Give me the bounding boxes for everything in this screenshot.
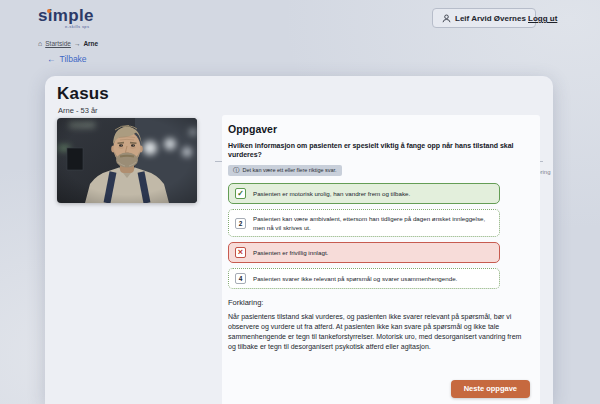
logout-link[interactable]: Logg ut [528, 14, 557, 23]
options-list: ✓ Pasienten er motorisk urolig, han vand… [228, 183, 500, 294]
case-subtitle: Arne - 53 år [58, 106, 98, 115]
option-text: Pasienten er motorisk urolig, han vandre… [253, 189, 410, 198]
back-arrow-icon: ← [47, 54, 56, 64]
option-number-badge: 4 [235, 273, 246, 284]
option-1-correct[interactable]: ✓ Pasienten er motorisk urolig, han vand… [228, 183, 500, 204]
app-logo[interactable]: simple e-skills sps [38, 6, 94, 29]
option-text: Pasienten svarer ikke relevant på spørsm… [253, 274, 457, 283]
option-2[interactable]: 2 Pasienten kan være ambivalent, etterso… [228, 209, 500, 237]
explanation-text: Når pasientens tilstand skal vurderes, o… [228, 312, 531, 352]
hint-badge: ⓘ Det kan være ett eller flere riktige s… [228, 165, 342, 176]
breadcrumb-separator: → [74, 40, 81, 47]
option-3-incorrect[interactable]: × Pasienten er frivillig innlagt. [228, 242, 500, 263]
breadcrumb-current: Arne [83, 40, 98, 47]
home-icon: ⌂ [38, 40, 42, 47]
page-title: Kasus [57, 84, 109, 104]
hint-text: Det kan være ett eller flere riktige sva… [243, 167, 337, 173]
breadcrumb: ⌂ Startside → Arne [38, 40, 98, 47]
back-label: Tilbake [60, 54, 87, 64]
check-icon: ✓ [235, 188, 246, 199]
user-icon [442, 14, 451, 23]
explanation-title: Forklaring: [228, 298, 263, 307]
info-icon: ⓘ [233, 167, 240, 174]
back-button[interactable]: ← Tilbake [47, 54, 87, 64]
option-number-badge: 2 [235, 218, 246, 229]
user-menu-button[interactable]: Leif Arvid Øvernes [432, 8, 536, 28]
case-card: Kasus Arne - 53 år [45, 76, 553, 404]
user-name: Leif Arvid Øvernes [455, 14, 526, 23]
question-text: Hvilken informasjon om pasienten er spes… [228, 141, 536, 159]
patient-photo [57, 118, 197, 203]
next-task-button[interactable]: Neste oppgave [451, 380, 530, 398]
option-4[interactable]: 4 Pasienten svarer ikke relevant på spør… [228, 268, 500, 289]
section-title: Oppgaver [228, 123, 277, 135]
cross-icon: × [235, 247, 246, 258]
task-panel: Oppgaver Hvilken informasjon om pasiente… [222, 115, 540, 404]
logo-i-dot-icon [47, 9, 51, 13]
option-text: Pasienten kan være ambivalent, ettersom … [253, 214, 491, 232]
option-text: Pasienten er frivillig innlagt. [253, 248, 328, 257]
breadcrumb-startside-link[interactable]: Startside [45, 40, 71, 47]
